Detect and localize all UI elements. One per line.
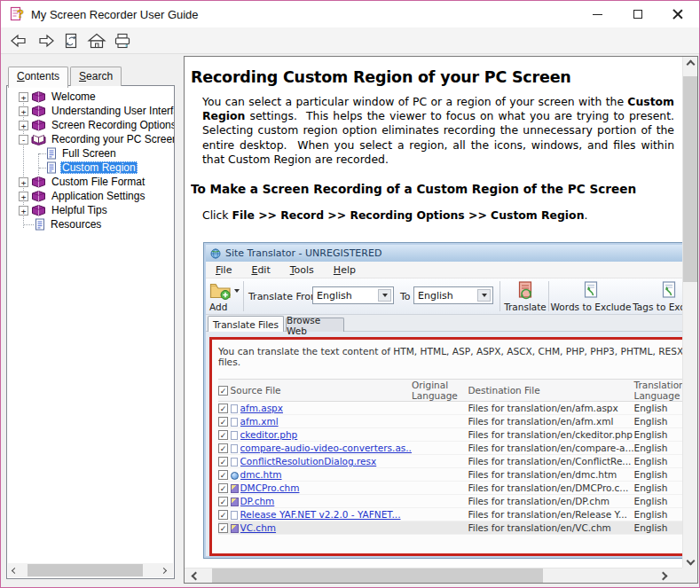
tree-item-label: Understanding User Interfa: [50, 105, 175, 117]
tree-item-custom-region[interactable]: Custom Region: [7, 161, 174, 175]
scroll-down-button[interactable]: [683, 553, 697, 568]
destination-file-cell: Files for translation/en/afm.xml: [468, 415, 633, 428]
words-exclude-label: Words to Exclude: [551, 302, 632, 312]
print-button[interactable]: [109, 29, 135, 52]
site-translator-titlebar: Site Translator - UNREGISTERED: [206, 245, 683, 262]
scroll-right-button[interactable]: [654, 568, 672, 583]
horizontal-scrollbar[interactable]: [185, 568, 682, 583]
checkbox-checked-icon: [218, 457, 228, 466]
site-translator-menubar: File Edit Tools Help: [206, 262, 683, 278]
scroll-right-icon: [658, 571, 667, 580]
globe-icon: [210, 248, 221, 259]
translate-button: Translate: [504, 280, 547, 313]
original-language-cell: [412, 508, 468, 521]
expand-plus-icon[interactable]: +: [19, 121, 28, 130]
sidebar-tabs: Contents Search: [8, 67, 123, 86]
scrollbar-thumb[interactable]: [683, 76, 697, 282]
scroll-right-icon[interactable]: [161, 567, 167, 573]
expand-plus-icon[interactable]: +: [19, 92, 28, 102]
help-app-icon: [9, 6, 25, 22]
tree-item-application-settings[interactable]: + Application Settings: [7, 189, 174, 203]
instruction-line: Click File >> Record >> Recording Option…: [202, 208, 684, 222]
book-closed-icon: [31, 105, 46, 117]
tab-contents[interactable]: Contents: [8, 67, 68, 88]
translate-label: Translate: [504, 302, 547, 312]
tree-item-screen-recording-options[interactable]: + Screen Recording Options: [7, 118, 174, 132]
intro-paragraph: You can select a particular window of PC…: [202, 95, 674, 167]
add-folder-icon: [209, 281, 232, 301]
scroll-left-icon[interactable]: [12, 567, 18, 573]
minimize-icon: [593, 14, 602, 15]
destination-file-cell: Files for translation/en/afm.aspx: [468, 402, 633, 415]
collapse-minus-icon[interactable]: -: [19, 135, 28, 145]
tree-item-welcome[interactable]: + Welcome: [7, 90, 174, 104]
tree-item-label: Welcome: [50, 90, 98, 103]
translation-language-cell: English: [634, 482, 683, 495]
to-language-value: English: [418, 290, 453, 302]
file-help-icon: [231, 498, 239, 506]
tree-item-recording-your-pc-screen[interactable]: - Recording your PC Screen: [7, 132, 174, 146]
minimize-button[interactable]: [578, 1, 617, 27]
home-icon: [87, 33, 106, 49]
tags-to-exclude-button: Tags to Exclude: [632, 280, 683, 313]
page-title: Recording Custom Region of your PC Scree…: [191, 68, 684, 86]
site-translator-toolbar: Add Translate From English To English: [206, 278, 683, 315]
original-language-cell: [412, 415, 468, 428]
expand-plus-icon[interactable]: +: [19, 192, 28, 201]
scrollbar-thumb[interactable]: [28, 564, 143, 576]
file-help-icon: [231, 484, 239, 493]
tab-search[interactable]: Search: [70, 67, 122, 86]
instruction-text: Click: [202, 208, 232, 222]
book-closed-icon: [31, 119, 46, 131]
page-icon: [46, 161, 57, 174]
toolbar-separator: [548, 281, 549, 311]
sidebar-horizontal-scrollbar[interactable]: [8, 563, 173, 577]
refresh-button[interactable]: [58, 29, 83, 52]
tree-item-label: Custom File Format: [50, 176, 146, 188]
print-icon: [113, 33, 132, 49]
expand-plus-icon[interactable]: +: [19, 177, 28, 187]
table-row: Release YAF.NET v2.2.0 - YAFNET... Files…: [218, 508, 683, 521]
tree-item-resources[interactable]: Resources: [7, 217, 174, 231]
translation-language-cell: English: [634, 508, 683, 521]
to-language-select: English: [413, 286, 493, 304]
translation-language-cell: English: [634, 415, 683, 428]
tree-item-full-screen[interactable]: Full Screen: [7, 146, 174, 161]
help-viewer-window: My Screen Recorder User Guide Contents S…: [0, 0, 700, 588]
table-row: afm.xml Files for translation/en/afm.xml…: [218, 415, 683, 428]
page-icon: [46, 147, 57, 160]
vertical-scrollbar[interactable]: [682, 57, 697, 568]
viewer-toolbar: [1, 27, 699, 54]
original-language-cell: [412, 482, 468, 495]
original-language-cell: [412, 428, 468, 442]
close-icon: [672, 9, 683, 20]
files-table: Source File Original Language Destinatio…: [218, 379, 683, 535]
tree-item-understanding-user-interface[interactable]: + Understanding User Interfa: [7, 104, 174, 118]
tree-item-custom-file-format[interactable]: + Custom File Format: [7, 175, 174, 189]
translation-language-cell: English: [634, 402, 683, 415]
page-icon: [35, 218, 45, 231]
checkbox-checked-icon: [218, 523, 228, 533]
checkbox-checked-icon: [218, 470, 228, 480]
header-translation-language: Translation Language: [634, 380, 683, 402]
close-button[interactable]: [657, 1, 697, 27]
back-button[interactable]: [6, 29, 32, 52]
destination-file-cell: Files for translation/en/VC.chm: [468, 521, 633, 535]
destination-file-cell: Files for translation/en/compare-a...: [468, 442, 633, 455]
expand-plus-icon[interactable]: +: [19, 106, 28, 116]
scrollbar-thumb[interactable]: [212, 568, 543, 583]
maximize-button[interactable]: [617, 1, 657, 27]
file-page-icon: [231, 431, 238, 440]
scroll-left-button[interactable]: [186, 568, 204, 583]
source-file-link: VC.chm: [240, 521, 412, 535]
tree-item-helpful-tips[interactable]: + Helpful Tips: [7, 203, 174, 217]
translation-language-cell: English: [634, 428, 683, 442]
scroll-up-button[interactable]: [683, 57, 697, 72]
tree-connector: [39, 168, 46, 169]
tree-item-label: Application Settings: [50, 190, 146, 202]
table-row: dmc.htm Files for translation/en/dmc.htm…: [218, 468, 683, 482]
expand-plus-icon[interactable]: +: [19, 206, 28, 216]
home-button[interactable]: [83, 29, 109, 52]
scrollbar-corner: [682, 568, 697, 583]
forward-button[interactable]: [32, 29, 58, 52]
